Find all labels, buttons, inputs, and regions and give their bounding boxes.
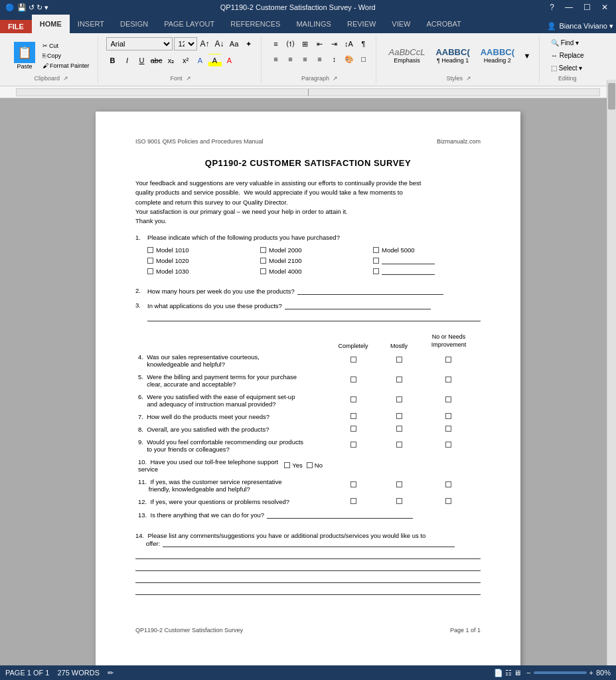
vertical-scrollbar[interactable] [607, 80, 616, 665]
align-center-button[interactable]: ≡ [284, 52, 297, 66]
shrink-font-button[interactable]: A↓ [213, 37, 226, 50]
zoom-in-icon[interactable]: + [589, 669, 593, 677]
replace-button[interactable]: ↔ Replace [548, 50, 587, 61]
tab-home[interactable]: HOME [32, 15, 70, 33]
q9-no-checkbox[interactable] [445, 442, 451, 448]
minimize-button[interactable]: — [562, 3, 576, 12]
q5-mostly-checkbox[interactable] [396, 377, 402, 382]
clear-format-button[interactable]: ✦ [242, 37, 256, 50]
style-emphasis[interactable]: AaBbCcL Emphasis [384, 45, 430, 66]
zoom-slider[interactable] [534, 671, 587, 674]
q7-mostly-checkbox[interactable] [396, 413, 402, 419]
align-right-button[interactable]: ≡ [299, 52, 312, 66]
format-painter-button[interactable]: 🖌 Format Painter [40, 61, 92, 70]
model-blank-2-checkbox[interactable] [373, 268, 379, 274]
model-2100-checkbox[interactable] [260, 258, 266, 264]
tab-acrobat[interactable]: ACROBAT [418, 15, 469, 33]
numbering-button[interactable]: ⑴ [284, 37, 297, 50]
bullets-button[interactable]: ≡ [270, 37, 283, 50]
style-heading1[interactable]: AABBC( ¶ Heading 1 [431, 45, 474, 66]
model-4000-checkbox[interactable] [260, 268, 266, 274]
shading-button[interactable]: 🎨 [343, 52, 356, 66]
q6-completely-checkbox[interactable] [350, 396, 356, 402]
model-1010-checkbox[interactable] [147, 247, 153, 253]
justify-button[interactable]: ≡ [313, 52, 327, 66]
font-size-select[interactable]: 12 [174, 37, 197, 50]
align-left-button[interactable]: ≡ [270, 52, 283, 66]
select-button[interactable]: ⬚ Select ▾ [548, 62, 587, 74]
q11-no-checkbox[interactable] [445, 481, 451, 487]
underline-button[interactable]: U [135, 54, 149, 67]
show-hide-button[interactable]: ¶ [357, 37, 370, 50]
text-effects-button[interactable]: A [194, 54, 207, 67]
multilevel-list-button[interactable]: ⊞ [299, 37, 312, 50]
italic-button[interactable]: I [121, 54, 134, 67]
q4-mostly-checkbox[interactable] [396, 357, 402, 363]
q8-completely-checkbox[interactable] [350, 426, 356, 432]
q7-mostly [381, 410, 417, 423]
line-spacing-button[interactable]: ↕ [328, 52, 341, 66]
model-2000-checkbox[interactable] [260, 247, 266, 253]
model-1020-checkbox[interactable] [147, 258, 153, 264]
tab-references[interactable]: REFERENCES [222, 15, 288, 33]
paste-button[interactable]: 📋 Paste [11, 40, 38, 72]
font-color-button[interactable]: A [223, 54, 236, 67]
questions-section: 1. Please indicate which of the followin… [135, 234, 481, 594]
q8-mostly-checkbox[interactable] [396, 426, 402, 432]
tab-view[interactable]: VIEW [384, 15, 418, 33]
highlight-button[interactable]: A [208, 54, 222, 67]
increase-indent-button[interactable]: ⇥ [328, 37, 341, 50]
q10-yes-option: Yes [284, 462, 303, 469]
status-right: 📄 ☷ 🖥 − + 80% [494, 669, 611, 677]
strikethrough-button[interactable]: abc [150, 54, 163, 67]
grow-font-button[interactable]: A↑ [198, 37, 212, 50]
q12-mostly-checkbox[interactable] [396, 498, 402, 504]
sort-button[interactable]: ↕A [343, 37, 356, 50]
bold-button[interactable]: B [106, 54, 119, 67]
copy-button[interactable]: ⎘ Copy [40, 51, 92, 60]
q6-no-checkbox[interactable] [445, 396, 451, 402]
styles-more-button[interactable]: ▼ [520, 49, 534, 62]
q10-yes-checkbox[interactable] [284, 462, 290, 468]
q6-mostly-checkbox[interactable] [396, 396, 402, 402]
close-button[interactable]: ✕ [599, 3, 611, 12]
maximize-button[interactable]: ☐ [581, 3, 593, 12]
q11-completely-checkbox[interactable] [350, 481, 356, 487]
help-button[interactable]: ? [547, 3, 557, 12]
model-1030-checkbox[interactable] [147, 268, 153, 274]
superscript-button[interactable]: x² [179, 54, 193, 67]
styles-group: AaBbCcL Emphasis AABBC( ¶ Heading 1 AABB… [379, 36, 540, 83]
find-button[interactable]: 🔍 Find ▾ [548, 37, 587, 48]
tab-page-layout[interactable]: PAGE LAYOUT [156, 15, 222, 33]
q12-completely-checkbox[interactable] [350, 498, 356, 504]
tab-mailings[interactable]: MAILINGS [288, 15, 339, 33]
subscript-button[interactable]: x₂ [165, 54, 178, 67]
tab-review[interactable]: REVIEW [339, 15, 384, 33]
q9-completely-checkbox[interactable] [350, 442, 356, 448]
scrollbar-thumb[interactable] [608, 83, 615, 110]
model-blank-1-checkbox[interactable] [373, 258, 379, 264]
q7-completely-checkbox[interactable] [350, 413, 356, 419]
font-name-select[interactable]: Arial [106, 37, 173, 50]
style-heading2[interactable]: AABBC( Heading 2 [476, 45, 519, 66]
change-case-button[interactable]: Aa [228, 37, 241, 50]
tab-file[interactable]: FILE [0, 20, 32, 33]
q9-mostly-checkbox[interactable] [396, 442, 402, 448]
borders-button[interactable]: □ [357, 52, 370, 66]
q4-completely-checkbox[interactable] [350, 357, 356, 363]
tab-design[interactable]: DESIGN [112, 15, 156, 33]
q4-no-checkbox[interactable] [445, 357, 451, 363]
zoom-out-icon[interactable]: − [526, 669, 530, 677]
tab-insert[interactable]: INSERT [70, 15, 112, 33]
model-5000-checkbox[interactable] [373, 247, 379, 253]
q5-no-checkbox[interactable] [445, 377, 451, 382]
q11-mostly-checkbox[interactable] [396, 481, 402, 487]
decrease-indent-button[interactable]: ⇤ [313, 37, 327, 50]
q12-no-checkbox[interactable] [445, 498, 451, 504]
cut-button[interactable]: ✂ Cut [40, 41, 92, 50]
q5-completely-checkbox[interactable] [350, 377, 356, 382]
q8-no-checkbox[interactable] [445, 426, 451, 432]
q10-no-checkbox[interactable] [307, 462, 313, 468]
title-bar-controls: ? — ☐ ✕ [547, 3, 611, 12]
q7-no-checkbox[interactable] [445, 413, 451, 419]
